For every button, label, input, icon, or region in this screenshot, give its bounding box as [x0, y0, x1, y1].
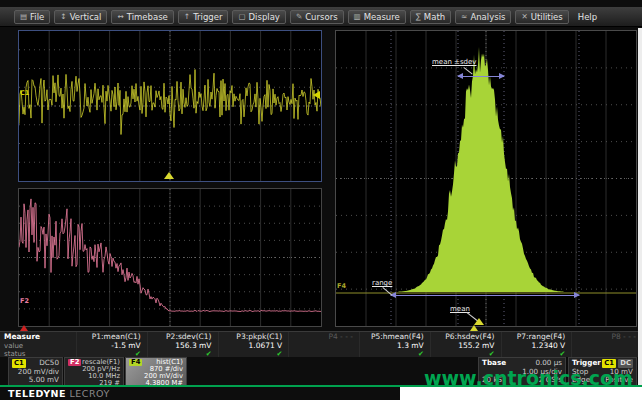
measure-col-p1[interactable]: P1:mean(C1) -1.5 mV ✔ — [76, 332, 147, 357]
menu-timebase[interactable]: ↔Timebase — [111, 10, 173, 24]
c1-trigger-time-marker[interactable] — [164, 172, 174, 179]
horizontal-arrows-icon: ↔ — [117, 12, 123, 21]
menu-file[interactable]: ▤File — [14, 10, 50, 24]
menu-analysis-label: Analysis — [470, 12, 505, 22]
f2-trace-label: F2 — [20, 297, 29, 305]
measure-col-p7[interactable]: P7:range(F4) 1.2340 V ✔ — [501, 332, 572, 357]
p1-value: -1.5 mV — [77, 342, 141, 350]
utilities-tools-icon: ✕ — [521, 12, 527, 21]
menu-bar: ▤File ↕Vertical ↔Timebase ↑Trigger ▢Disp… — [0, 7, 642, 27]
grid-f2-psd-trace[interactable]: F2 — [18, 188, 322, 327]
p5-status-check-icon: ✔ — [360, 350, 424, 358]
menu-file-label: File — [30, 12, 44, 22]
oscilloscope-screen: ▤File ↕Vertical ↔Timebase ↑Trigger ▢Disp… — [0, 0, 642, 400]
measure-caliper-icon: ▥ — [354, 12, 361, 21]
menu-timebase-label: Timebase — [127, 12, 168, 22]
p8-name: P8 - - - — [572, 333, 636, 342]
cursor-pencil-icon: ✎ — [296, 12, 302, 21]
measure-header: Measure — [4, 333, 76, 342]
f4-trace-label: F4 — [337, 282, 346, 290]
f4-badge: F4 — [129, 359, 142, 366]
menu-help-label: Help — [578, 12, 597, 22]
menu-utilities[interactable]: ✕Utilities — [515, 10, 568, 24]
page-margin — [638, 28, 642, 400]
menu-help[interactable]: Help — [573, 11, 602, 23]
p6-value: 155.2 mV — [431, 342, 495, 350]
measure-col-p6[interactable]: P6:hsdev(F4) 155.2 mV ✔ — [430, 332, 501, 357]
vertical-arrows-icon: ↕ — [60, 12, 66, 21]
brand-bold: TELEDYNE — [8, 388, 66, 399]
c1-offset: 5.00 mV — [12, 376, 59, 385]
watermark-text: www.cntronics.com — [424, 367, 633, 389]
teledyne-lecroy-logo: TELEDYNE LECROY — [8, 388, 110, 399]
p3-status-check-icon: ✔ — [219, 350, 283, 358]
f2-badge: F2 — [68, 359, 81, 366]
menu-analysis[interactable]: ≈Analysis — [455, 10, 511, 24]
grid-f4-histogram[interactable]: F4 mean ±sdev range mean — [335, 30, 637, 327]
menu-display-label: Display — [249, 12, 280, 22]
p3-value: 1.0671 V — [219, 342, 283, 350]
menu-vertical[interactable]: ↕Vertical — [54, 10, 107, 24]
menu-cursors[interactable]: ✎Cursors — [290, 10, 344, 24]
f4-trace-descriptor-selected[interactable]: F4hist(C1) 870 #/div 200 mV/div 4.3800 M… — [125, 357, 187, 386]
analysis-chart-icon: ≈ — [461, 12, 467, 21]
p2-value: 156.3 mV — [148, 342, 212, 350]
menu-cursors-label: Cursors — [305, 12, 337, 22]
range-arrow — [391, 295, 579, 296]
c1-trace-label: C1 — [20, 89, 29, 97]
menu-measure[interactable]: ▥Measure — [348, 10, 406, 24]
menu-utilities-label: Utilities — [531, 12, 563, 22]
measure-col-p8[interactable]: P8 - - - — [571, 332, 642, 357]
brand-light: LECROY — [70, 388, 110, 399]
annotation-mean-sdev: mean ±sdev — [432, 58, 476, 66]
file-icon: ▤ — [20, 12, 27, 21]
menu-measure-label: Measure — [364, 12, 400, 22]
menu-math[interactable]: ∑Math — [410, 10, 451, 24]
p5-value: 1.3 mV — [360, 342, 424, 350]
f4-mean-position-marker[interactable] — [470, 325, 478, 331]
measure-table: Measure value status P1:mean(C1) -1.5 mV… — [0, 331, 642, 357]
menu-display[interactable]: ▢Display — [232, 10, 285, 24]
measure-row-labels: Measure value status — [0, 332, 76, 357]
histogram-mean-marker[interactable] — [474, 318, 484, 325]
menu-math-label: Math — [424, 12, 445, 22]
p7-value: 1.2340 V — [502, 342, 566, 350]
menu-trigger[interactable]: ↑Trigger — [178, 10, 229, 24]
grid-c1-noise-trace[interactable]: C1 — [18, 30, 322, 182]
value-row-label: value — [4, 342, 76, 350]
menu-vertical-label: Vertical — [70, 12, 102, 22]
mean-sdev-arrow — [458, 76, 504, 77]
c1-channel-descriptor[interactable]: C1DC50 200 mV/div 5.00 mV — [8, 357, 63, 386]
measure-col-p2[interactable]: P2:sdev(C1) 156.3 mV ✔ — [147, 332, 218, 357]
measure-col-p5[interactable]: P5:hmean(F4) 1.3 mV ✔ — [359, 332, 430, 357]
c1-trigger-level-marker[interactable] — [313, 91, 320, 99]
trigger-arrow-icon: ↑ — [184, 12, 190, 21]
measure-col-p3[interactable]: P3:pkpk(C1) 1.0671 V ✔ — [218, 332, 289, 357]
measure-col-p4[interactable]: P4 - - - — [288, 332, 359, 357]
f2-trace-descriptor[interactable]: F2rescale(F1) 200 pV²/Hz 10.0 MHz 219 # — [64, 357, 124, 386]
display-screen-icon: ▢ — [238, 12, 245, 21]
menu-trigger-label: Trigger — [193, 12, 222, 22]
f2-position-marker[interactable] — [20, 325, 28, 331]
math-calculator-icon: ∑ — [416, 12, 421, 21]
p4-name: P4 - - - — [289, 333, 353, 342]
